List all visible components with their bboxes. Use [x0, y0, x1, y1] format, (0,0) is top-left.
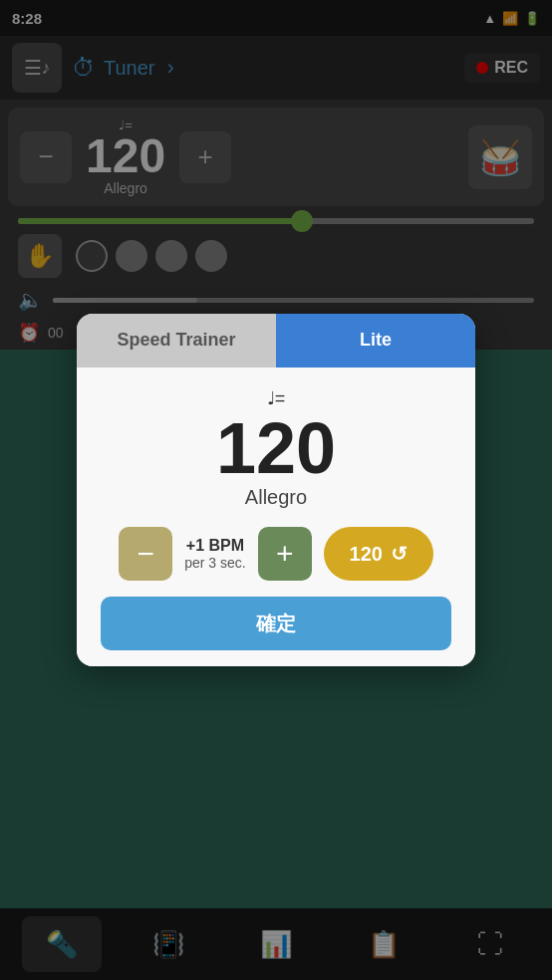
modal-note-symbol: ♩=: [267, 387, 286, 409]
plus-icon: +: [276, 537, 294, 571]
tab-speed-trainer[interactable]: Speed Trainer: [77, 314, 276, 368]
confirm-label: 確定: [256, 611, 296, 637]
modal-overlay: Speed Trainer Lite ♩= 120 Allegro − +1 B…: [0, 0, 552, 980]
bpm-change-label: +1 BPM: [186, 537, 244, 555]
tab-lite[interactable]: Lite: [276, 314, 475, 368]
modal-body: ♩= 120 Allegro − +1 BPM per 3 sec. + 120…: [77, 368, 475, 667]
speed-trainer-modal: Speed Trainer Lite ♩= 120 Allegro − +1 B…: [77, 314, 475, 667]
minus-icon: −: [137, 537, 154, 571]
bpm-per-label: per 3 sec.: [184, 555, 245, 571]
modal-reset-button[interactable]: 120 ↺: [324, 527, 433, 581]
tab-speed-trainer-label: Speed Trainer: [117, 330, 235, 351]
reset-value: 120: [350, 543, 383, 566]
modal-bpm-value: 120: [216, 411, 336, 487]
modal-tabs: Speed Trainer Lite: [77, 314, 475, 368]
confirm-button[interactable]: 確定: [101, 597, 451, 650]
modal-minus-button[interactable]: −: [119, 527, 172, 581]
reset-icon: ↺: [391, 542, 408, 566]
modal-tempo-label: Allegro: [245, 486, 307, 509]
bpm-change-info: +1 BPM per 3 sec.: [184, 537, 245, 571]
tab-lite-label: Lite: [360, 330, 392, 351]
modal-plus-button[interactable]: +: [258, 527, 312, 581]
modal-controls: − +1 BPM per 3 sec. + 120 ↺: [119, 527, 432, 581]
